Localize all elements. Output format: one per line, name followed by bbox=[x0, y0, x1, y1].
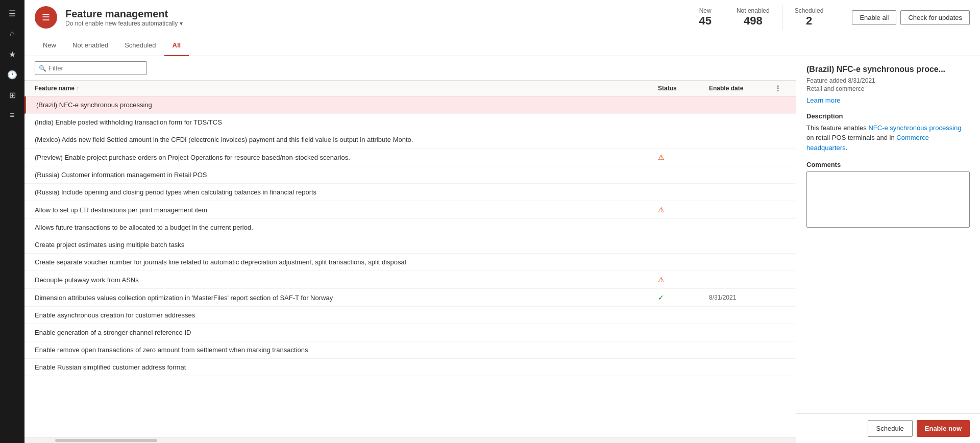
main-area: ☰ Feature management Do not enable new f… bbox=[24, 0, 980, 443]
row-feature-name: Enable asynchronous creation for custome… bbox=[35, 311, 658, 319]
stat-scheduled: Scheduled 2 bbox=[782, 5, 836, 30]
row-feature-name: Enable remove open transactions of zero … bbox=[35, 346, 658, 354]
table-row[interactable]: Enable asynchronous creation for custome… bbox=[24, 307, 796, 324]
favorites-nav-icon[interactable]: ★ bbox=[3, 45, 21, 63]
stat-not-enabled-label: Not enabled bbox=[737, 7, 770, 14]
subtitle-text: Do not enable new features automatically bbox=[65, 20, 178, 27]
row-feature-name: Enable Russian simplified customer addre… bbox=[35, 363, 658, 371]
enable-all-button[interactable]: Enable all bbox=[852, 10, 896, 25]
table-row[interactable]: Create project estimates using multiple … bbox=[24, 236, 796, 254]
warning-icon: ⚠ bbox=[658, 206, 665, 214]
schedule-button[interactable]: Schedule bbox=[868, 420, 913, 437]
column-header-name[interactable]: Feature name ↑ bbox=[35, 85, 658, 92]
stat-new-value: 45 bbox=[699, 14, 711, 28]
table-header: Feature name ↑ Status Enable date ⋮ bbox=[24, 81, 796, 96]
row-feature-name: (India) Enable posted withholding transa… bbox=[35, 118, 658, 126]
stat-scheduled-label: Scheduled bbox=[795, 7, 824, 14]
check-for-updates-button[interactable]: Check for updates bbox=[900, 10, 970, 25]
table-row[interactable]: (Brazil) NFC-e synchronous processing bbox=[24, 96, 796, 114]
table-row[interactable]: Create separate voucher number for journ… bbox=[24, 254, 796, 271]
tab-bar: New Not enabled Scheduled All bbox=[24, 35, 980, 56]
recent-nav-icon[interactable]: 🕐 bbox=[3, 65, 21, 84]
table-row[interactable]: Decouple putaway work from ASNs⚠ bbox=[24, 271, 796, 289]
home-nav-icon[interactable]: ⌂ bbox=[3, 24, 21, 43]
filter-input-wrap: 🔍 bbox=[35, 61, 147, 75]
column-header-more: ⋮ bbox=[770, 85, 786, 92]
success-icon: ✓ bbox=[658, 293, 664, 302]
row-feature-name: Allows future transactions to be allocat… bbox=[35, 224, 658, 231]
row-status: ⚠ bbox=[658, 276, 709, 284]
horizontal-scrollbar[interactable] bbox=[24, 437, 796, 443]
table-row[interactable]: Allows future transactions to be allocat… bbox=[24, 219, 796, 236]
table-row[interactable]: (India) Enable posted withholding transa… bbox=[24, 114, 796, 131]
row-status: ✓ bbox=[658, 293, 709, 302]
description-highlight-2: Commerce headquarters bbox=[806, 134, 929, 152]
column-header-enable-date: Enable date bbox=[709, 85, 770, 92]
row-feature-name: Dimension attributes values collection o… bbox=[35, 294, 658, 302]
row-enable-date: 8/31/2021 bbox=[709, 294, 770, 301]
table-row[interactable]: Dimension attributes values collection o… bbox=[24, 289, 796, 307]
tab-all[interactable]: All bbox=[164, 35, 189, 56]
table-row[interactable]: Enable remove open transactions of zero … bbox=[24, 341, 796, 359]
table-row[interactable]: (Russia) Include opening and closing per… bbox=[24, 184, 796, 201]
scrollbar-thumb[interactable] bbox=[55, 439, 157, 442]
hamburger-nav-icon[interactable]: ☰ bbox=[3, 4, 21, 22]
row-status: ⚠ bbox=[658, 206, 709, 214]
page-title: Feature management bbox=[65, 8, 678, 20]
page-header: ☰ Feature management Do not enable new f… bbox=[24, 0, 980, 35]
page-header-icon: ☰ bbox=[35, 6, 57, 29]
table-row[interactable]: Enable Russian simplified customer addre… bbox=[24, 359, 796, 376]
feature-rows: (Brazil) NFC-e synchronous processing(In… bbox=[24, 96, 796, 437]
stat-not-enabled: Not enabled 498 bbox=[724, 5, 782, 30]
header-subtitle[interactable]: Do not enable new features automatically… bbox=[65, 20, 678, 27]
row-feature-name: Enable generation of a stronger channel … bbox=[35, 329, 658, 336]
detail-feature-added: Feature added 8/31/2021 bbox=[806, 77, 970, 84]
row-feature-name: (Preview) Enable project purchase orders… bbox=[35, 154, 658, 161]
row-feature-name: Create separate voucher number for journ… bbox=[35, 258, 658, 266]
row-feature-name: Create project estimates using multiple … bbox=[35, 241, 658, 249]
detail-panel: (Brazil) NFC-e synchronous proce... Feat… bbox=[796, 56, 980, 443]
detail-title: (Brazil) NFC-e synchronous proce... bbox=[806, 64, 970, 75]
table-row[interactable]: (Russia) Customer information management… bbox=[24, 166, 796, 184]
tab-new[interactable]: New bbox=[35, 35, 64, 56]
filter-bar: 🔍 bbox=[24, 56, 796, 81]
row-feature-name: (Brazil) NFC-e synchronous processing bbox=[36, 101, 658, 109]
search-icon: 🔍 bbox=[39, 65, 46, 72]
table-row[interactable]: Enable generation of a stronger channel … bbox=[24, 324, 796, 341]
description-highlight-1: NFC-e synchronous processing bbox=[868, 124, 961, 132]
column-header-status: Status bbox=[658, 85, 709, 92]
tab-scheduled[interactable]: Scheduled bbox=[116, 35, 164, 56]
learn-more-link[interactable]: Learn more bbox=[806, 96, 840, 104]
stat-scheduled-value: 2 bbox=[795, 14, 824, 28]
table-row[interactable]: (Mexico) Adds new field Settled amount i… bbox=[24, 131, 796, 149]
left-nav: ☰ ⌂ ★ 🕐 ⊞ ≡ bbox=[0, 0, 24, 443]
detail-module: Retail and commerce bbox=[806, 85, 970, 92]
row-feature-name: Decouple putaway work from ASNs bbox=[35, 276, 658, 284]
workspace-nav-icon[interactable]: ⊞ bbox=[3, 86, 21, 104]
stat-not-enabled-value: 498 bbox=[737, 14, 770, 28]
warning-icon: ⚠ bbox=[658, 276, 665, 284]
content-area: 🔍 Feature name ↑ Status Enable date ⋮ (B… bbox=[24, 56, 980, 443]
row-feature-name: (Russia) Include opening and closing per… bbox=[35, 188, 658, 196]
detail-description-title: Description bbox=[806, 112, 970, 120]
comments-input[interactable] bbox=[806, 171, 970, 228]
row-status: ⚠ bbox=[658, 153, 709, 161]
row-feature-name: (Mexico) Adds new field Settled amount i… bbox=[35, 136, 658, 143]
stat-new: New 45 bbox=[687, 5, 724, 30]
header-actions: Enable all Check for updates bbox=[852, 10, 970, 25]
header-title-area: Feature management Do not enable new fea… bbox=[65, 8, 678, 27]
comments-label: Comments bbox=[806, 161, 970, 168]
list-nav-icon[interactable]: ≡ bbox=[3, 106, 21, 125]
tab-not-enabled[interactable]: Not enabled bbox=[64, 35, 116, 56]
header-stats: New 45 Not enabled 498 Scheduled 2 bbox=[687, 5, 836, 30]
table-row[interactable]: (Preview) Enable project purchase orders… bbox=[24, 149, 796, 166]
chevron-down-icon: ▾ bbox=[180, 20, 183, 27]
sort-arrow-icon: ↑ bbox=[77, 85, 80, 91]
feature-list-panel: 🔍 Feature name ↑ Status Enable date ⋮ (B… bbox=[24, 56, 796, 443]
stat-new-label: New bbox=[699, 7, 711, 14]
table-row[interactable]: Allow to set up ER destinations per prin… bbox=[24, 201, 796, 219]
row-feature-name: (Russia) Customer information management… bbox=[35, 171, 658, 179]
enable-now-button[interactable]: Enable now bbox=[917, 420, 970, 437]
detail-footer: Schedule Enable now bbox=[796, 413, 980, 443]
filter-input[interactable] bbox=[35, 61, 147, 75]
